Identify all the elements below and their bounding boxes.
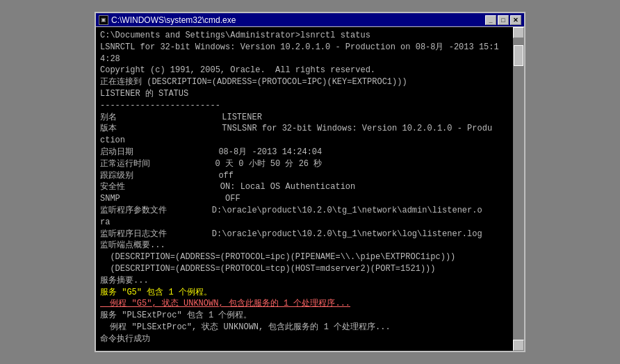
console-line: 安全性 ON: Local OS Authentication <box>100 181 509 193</box>
console-line: 命令执行成功 <box>100 333 509 345</box>
maximize-button[interactable]: □ <box>498 15 509 25</box>
console-line: 监听程序日志文件 D:\oracle\product\10.2.0\tg_1\n… <box>100 229 509 240</box>
close-button[interactable]: ✕ <box>510 15 521 25</box>
console-line: 监听端点概要... <box>100 240 509 251</box>
console-line: 4:28 <box>100 53 509 65</box>
console-line: (DESCRIPTION=(ADDRESS=(PROTOCOL=ipc)(PIP… <box>100 251 509 263</box>
console-line: ction <box>100 135 509 147</box>
console-line: 别名 LISTENER <box>100 112 509 124</box>
console-line: ra <box>100 217 509 229</box>
console-line: (DESCRIPTION=(ADDRESS=(PROTOCOL=tcp)(HOS… <box>100 263 509 275</box>
console-line: 正在连接到 (DESCRIPTION=(ADDRESS=(PROTOCOL=IP… <box>100 76 509 88</box>
cmd-icon: ▣ <box>99 15 108 25</box>
console-line: Copyright (c) 1991, 2005, Oracle. All ri… <box>100 65 509 76</box>
console-line: LISTENER 的 STATUS <box>100 88 509 100</box>
console-line: 正常运行时间 0 天 0 小时 50 分 26 秒 <box>100 158 509 170</box>
window-title: C:\WINDOWS\system32\cmd.exe <box>111 15 236 25</box>
console-content: C:\Documents and Settings\Administrator>… <box>100 30 509 348</box>
console-area: C:\Documents and Settings\Administrator>… <box>96 27 524 351</box>
title-bar-left: ▣ C:\WINDOWS\system32\cmd.exe <box>99 15 236 25</box>
console-line: 服务摘要... <box>100 275 509 287</box>
minimize-button[interactable]: _ <box>485 15 496 25</box>
scrollbar[interactable]: ▲ ▼ <box>513 27 524 351</box>
scroll-track <box>513 38 524 340</box>
console-line: LSNRCTL for 32-bit Windows: Version 10.2… <box>100 42 509 53</box>
title-bar: ▣ C:\WINDOWS\system32\cmd.exe _ □ ✕ <box>96 13 524 27</box>
title-bar-buttons: _ □ ✕ <box>485 15 521 25</box>
console-line: 启动日期 08-8月 -2013 14:24:04 <box>100 147 509 158</box>
console-line: ------------------------ <box>100 100 509 112</box>
scroll-up-button[interactable]: ▲ <box>513 27 524 38</box>
cmd-window: ▣ C:\WINDOWS\system32\cmd.exe _ □ ✕ C:\D… <box>95 12 525 352</box>
scroll-down-button[interactable]: ▼ <box>513 340 524 351</box>
console-line: 跟踪级别 off <box>100 170 509 182</box>
console-line: 例程 "G5", 状态 UNKNOWN, 包含此服务的 1 个处理程序... <box>100 298 509 310</box>
console-line: 版本 TNSLSNR for 32-bit Windows: Version 1… <box>100 123 509 135</box>
console-line: C:\Documents and Settings\Administrator>… <box>100 30 509 42</box>
console-line: 监听程序参数文件 D:\oracle\product\10.2.0\tg_1\n… <box>100 205 509 217</box>
scroll-thumb[interactable] <box>514 45 523 66</box>
console-line: SNMP OFF <box>100 193 509 205</box>
console-line: 例程 "PLSExtProc", 状态 UNKNOWN, 包含此服务的 1 个处… <box>100 322 509 333</box>
console-line: 服务 "PLSExtProc" 包含 1 个例程。 <box>100 310 509 322</box>
console-line: 服务 "G5" 包含 1 个例程。 <box>100 287 509 299</box>
